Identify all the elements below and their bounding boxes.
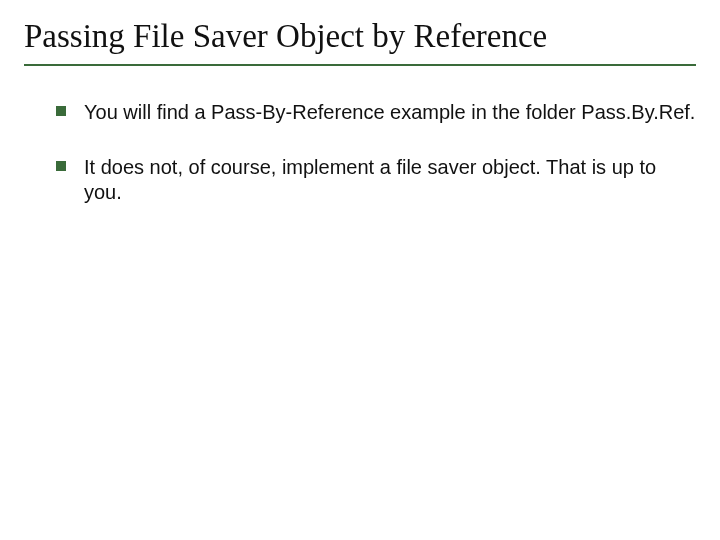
list-item: You will find a Pass-By-Reference exampl…	[56, 100, 696, 125]
bullet-list: You will find a Pass-By-Reference exampl…	[24, 100, 696, 205]
list-item: It does not, of course, implement a file…	[56, 155, 696, 205]
bullet-text: You will find a Pass-By-Reference exampl…	[84, 101, 695, 123]
slide: Passing File Saver Object by Reference Y…	[0, 0, 720, 540]
slide-title: Passing File Saver Object by Reference	[24, 18, 696, 56]
title-container: Passing File Saver Object by Reference	[24, 18, 696, 66]
square-bullet-icon	[56, 106, 66, 116]
bullet-text: It does not, of course, implement a file…	[84, 156, 656, 203]
square-bullet-icon	[56, 161, 66, 171]
